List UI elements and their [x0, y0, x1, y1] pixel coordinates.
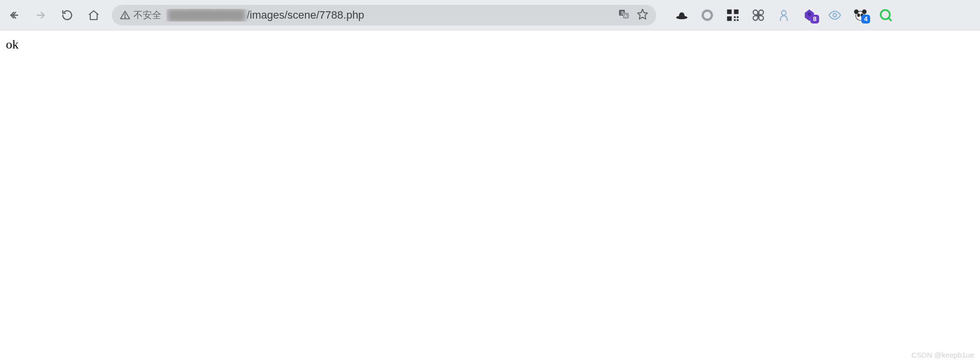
forward-button[interactable]	[33, 8, 48, 23]
bookmark-star-icon[interactable]	[637, 8, 648, 22]
extension-robot-icon[interactable]	[777, 8, 791, 22]
security-badge[interactable]: 不安全	[120, 9, 161, 22]
extension-qr-icon[interactable]	[726, 8, 740, 22]
url-visible-segment: /images/scene/7788.php	[247, 9, 364, 22]
extension-badge: 8	[810, 15, 819, 24]
svg-point-23	[857, 13, 860, 17]
warning-icon	[120, 10, 130, 21]
browser-toolbar: 不安全 ██████████ /images/scene/7788.php 文A	[0, 0, 980, 30]
extension-hat-icon[interactable]	[675, 8, 689, 22]
svg-line-26	[889, 18, 892, 21]
svg-point-19	[833, 13, 837, 17]
svg-text:A: A	[624, 14, 627, 18]
svg-point-9	[703, 10, 712, 20]
svg-rect-10	[727, 9, 731, 14]
security-label: 不安全	[133, 9, 161, 22]
extension-purple-icon[interactable]: 8	[802, 8, 816, 22]
nav-button-group	[7, 8, 101, 23]
url-hidden-segment: ██████████	[166, 9, 247, 22]
svg-point-21	[854, 9, 858, 14]
svg-point-22	[862, 9, 867, 14]
home-button[interactable]	[86, 8, 101, 23]
extension-command-icon[interactable]	[751, 8, 765, 22]
extension-search-icon[interactable]	[879, 8, 893, 22]
page-body: ok	[0, 30, 980, 59]
svg-rect-13	[734, 16, 736, 18]
svg-rect-15	[734, 19, 736, 21]
svg-point-2	[125, 17, 125, 17]
svg-rect-16	[737, 19, 739, 21]
translate-icon[interactable]: 文A	[618, 8, 630, 22]
back-button[interactable]	[7, 8, 22, 23]
address-bar-actions: 文A	[618, 8, 648, 22]
page-text: ok	[6, 37, 19, 51]
extension-eye-icon[interactable]	[828, 8, 842, 22]
svg-rect-14	[737, 16, 739, 18]
svg-text:文: 文	[620, 11, 624, 15]
address-bar[interactable]: 不安全 ██████████ /images/scene/7788.php 文A	[112, 5, 656, 25]
extensions-area: 8 4	[675, 8, 893, 22]
extension-panda-icon[interactable]: 4	[853, 8, 867, 22]
svg-rect-11	[734, 9, 738, 14]
url-text: ██████████ /images/scene/7788.php	[166, 9, 613, 22]
svg-marker-7	[638, 9, 647, 19]
reload-button[interactable]	[60, 8, 75, 23]
watermark: CSDN @keepb1ue	[911, 351, 974, 359]
svg-point-25	[881, 10, 890, 19]
svg-point-17	[781, 10, 786, 15]
extension-badge: 4	[861, 15, 870, 24]
extension-circle-icon[interactable]	[700, 8, 714, 22]
svg-rect-12	[727, 16, 731, 21]
